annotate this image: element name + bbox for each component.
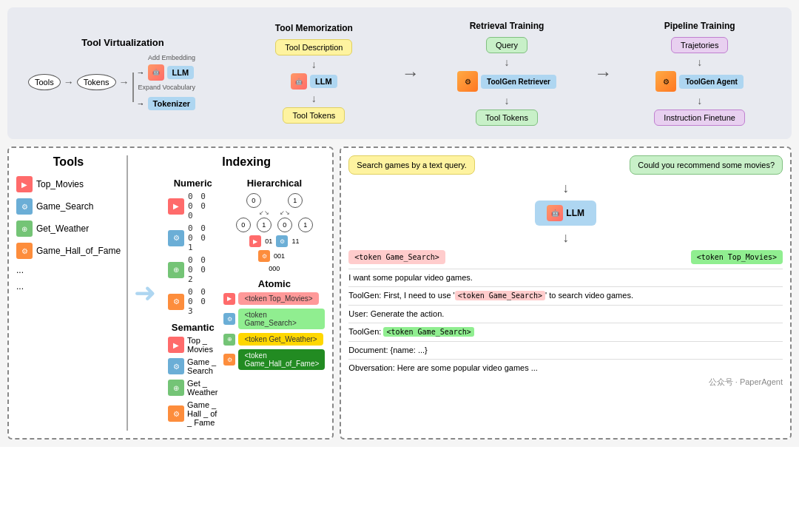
arrow-to-llm: ↓ — [348, 181, 783, 196]
list-item: ⊕ Get_Weather — [16, 220, 121, 237]
numeric-item-3: ⊕ 0 0 0 0 2 — [168, 255, 218, 284]
tree-node-1: 1 — [288, 193, 303, 208]
down-arrow-to-llm: ↓ — [562, 181, 569, 196]
semantic-item-1: ▶ Top _ Movies — [168, 336, 218, 354]
top-section: Tool Virtualization Tools → Tokens → Add… — [7, 7, 792, 139]
retrieval-training-block: Retrieval Training Query ↓ ⚙ ToolGen Ret… — [427, 16, 587, 130]
chat-bubble-right: Could you recommend some movies? — [630, 155, 783, 175]
token-display-row: <token Game_Search> <token Top_Movies> — [348, 250, 783, 264]
pipeline-title: Pipeline Training — [664, 21, 735, 31]
chat-top-row: Search games by a text query. Could you … — [348, 155, 783, 175]
atomic-icon-2: ⚙ — [223, 313, 235, 325]
game-hall-icon: ⚙ — [16, 243, 33, 259]
top-movies-icon: ▶ — [16, 176, 33, 192]
num-code-4: 0 0 0 0 3 — [188, 287, 218, 316]
top-movies-label: Top_Movies — [36, 179, 84, 189]
index-two-cols: Numeric ▶ 0 0 0 0 0 ⚙ 0 0 0 0 1 ⊕ 0 0 0 … — [168, 173, 325, 431]
num-icon-2: ⚙ — [168, 230, 184, 246]
llm-center-row: 🤖 LLM — [348, 201, 783, 226]
arrow-llm: → — [137, 68, 145, 77]
chat-bubble-left: Search games by a text query. — [348, 155, 474, 175]
tree-connectors: ↙↘↙↘ — [259, 209, 290, 216]
memo-llm-icon: 🤖 — [291, 73, 307, 90]
num-code-3: 0 0 0 0 2 — [188, 255, 218, 284]
arrow-retrieval-down2: ↓ — [505, 95, 510, 107]
tools-oval: Tools — [28, 74, 61, 90]
list-item: ... — [16, 281, 121, 292]
tool-tokens-pill-memo: Tool Tokens — [283, 107, 345, 124]
arrow-retrieval-to-pipeline: → — [594, 63, 612, 84]
user-generate: User: Generate the action. — [348, 309, 783, 320]
document-text: Document: {name: ...} — [348, 345, 783, 356]
game-hall-label: Game_Hall_of_Fame — [36, 246, 121, 256]
tv-diagram: Tools → Tokens → Add Embedding → 🤖 LLM — [28, 54, 218, 110]
num-icon-3: ⊕ — [168, 262, 184, 278]
ellipsis2: ... — [16, 281, 24, 292]
list-item: ▶ Top_Movies — [16, 176, 121, 192]
atomic-icon-4: ⚙ — [223, 354, 235, 366]
toolgen-inline-token: <token Game_Search> — [455, 291, 545, 300]
atomic-icon-3: ⊕ — [223, 334, 235, 346]
numeric-item-2: ⚙ 0 0 0 0 1 — [168, 223, 218, 252]
numeric-item-4: ⚙ 0 0 0 0 3 — [168, 287, 218, 316]
num-code-1: 0 0 0 0 0 — [188, 192, 218, 220]
game-search-icon: ⚙ — [16, 198, 33, 215]
divider-6 — [348, 359, 783, 360]
llm-box-right: 🤖 LLM — [535, 201, 596, 226]
llm-icon-top: 🤖 — [148, 64, 164, 81]
leaf-orange: ⚙ — [258, 250, 270, 262]
llm-label-right: LLM — [566, 208, 584, 218]
divider-4 — [348, 323, 783, 323]
tree-node-10: 0 — [277, 218, 292, 232]
semantic-item-4: ⚙ Game _ Hall _ of _ Fame — [168, 400, 218, 427]
expand-vocab-label: Expand Vocabulary — [137, 84, 196, 91]
divider-2 — [348, 286, 783, 287]
sem-icon-2: ⚙ — [168, 358, 184, 374]
semantic-item-2: ⚙ Game _ Search — [168, 357, 218, 375]
tv-title: Tool Virtualization — [28, 37, 218, 48]
token-top-movies: <token Top_Movies> — [238, 292, 318, 305]
memo-llm-row: 🤖 LLM — [291, 73, 337, 90]
right-panel: Search games by a text query. Could you … — [340, 147, 792, 440]
toolgen-action-row: ToolGen: <token Game_Search> — [348, 326, 783, 337]
numeric-title: Numeric — [168, 178, 218, 189]
arrow-tools-tokens: → — [64, 76, 74, 88]
list-item: ... — [16, 265, 121, 275]
big-arrow: ➜ — [128, 155, 162, 431]
arrow-memo-to-retrieval: → — [402, 63, 419, 84]
toolgen-line1: ToolGen: First, I need to use '<token Ga… — [348, 290, 783, 301]
add-embedding-label: Add Embedding — [132, 54, 196, 61]
tool-virtualization-block: Tool Virtualization Tools → Tokens → Add… — [19, 31, 226, 116]
user-text: I want some popular video games. — [348, 272, 783, 283]
tools-column: Tools ▶ Top_Movies ⚙ Game_Search ⊕ Get_W… — [16, 155, 128, 431]
down-arrow-from-llm: ↓ — [562, 230, 569, 246]
toolgen-prefix: ToolGen: First, I need to use ' — [348, 291, 454, 300]
sem-text-1: Top _ Movies — [187, 336, 218, 354]
divider-5 — [348, 341, 783, 342]
tool-memorization-block: Tool Memorization Tool Description ↓ 🤖 L… — [234, 18, 394, 128]
tree-diagram: 0 1 ↙↘↙↘ 0 1 0 1 — [223, 192, 325, 274]
indexing-column: Indexing Numeric ▶ 0 0 0 0 0 ⚙ 0 0 0 0 1 — [162, 155, 325, 431]
hierarchical-title: Hierarchical — [223, 178, 325, 189]
sem-icon-3: ⊕ — [168, 380, 184, 396]
retriever-label: ToolGen Retriever — [481, 75, 556, 89]
retrieval-title: Retrieval Training — [470, 21, 545, 31]
arrow-memo-down1: ↓ — [311, 58, 317, 70]
sem-icon-1: ▶ — [168, 337, 184, 353]
atomic-item-3: ⊕ <token Get_Weather> — [223, 333, 325, 346]
tree-level-2: 0 1 0 1 — [236, 218, 313, 232]
semantic-title: Semantic — [168, 322, 218, 333]
arrow-tokens-right: → — [119, 76, 129, 88]
trajectories-pill: Trajetories — [671, 37, 729, 53]
token-game-search-atomic: <token Game_Search> — [238, 309, 325, 329]
game-search-label: Game_Search — [36, 201, 93, 212]
indexing-title: Indexing — [168, 155, 325, 169]
tree-node-11: 1 — [298, 218, 313, 232]
instruction-finetune-pill: Instruction Finetune — [654, 110, 745, 126]
sem-text-3: Get _ Weather — [187, 379, 218, 397]
toolgen-action-label: ToolGen: — [348, 327, 381, 336]
leaf-red: ▶ — [249, 235, 261, 247]
tools-column-title: Tools — [16, 155, 121, 169]
tool-tokens-pill-retrieval: Tool Tokens — [476, 110, 538, 126]
atomic-item-4: ⚙ <token Game_Hall_of_Fame> — [223, 349, 325, 370]
